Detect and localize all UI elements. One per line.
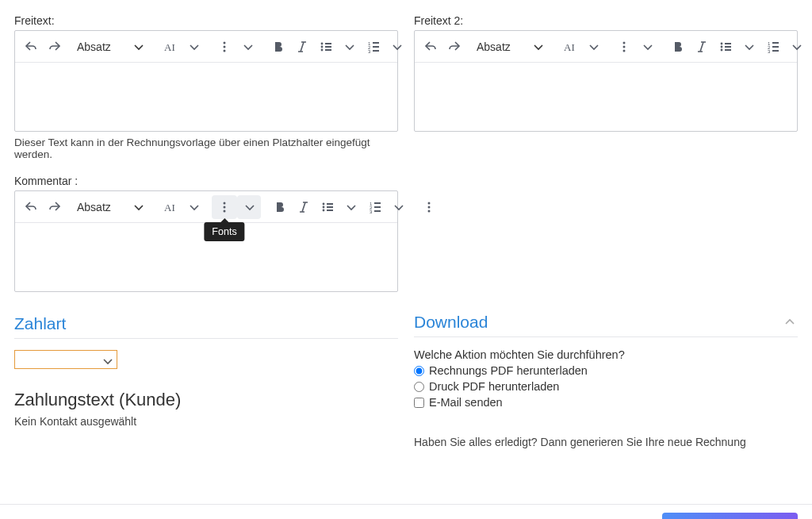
bold-button[interactable] [665,35,689,59]
download-question: Welche Aktion möchten Sie durchführen? [414,348,798,361]
fonts-button[interactable] [212,195,237,219]
numbered-list-button[interactable] [760,35,784,59]
italic-button[interactable] [291,195,315,219]
ai-button[interactable] [557,35,581,59]
chevron-down-icon[interactable] [581,35,605,59]
redo-button[interactable] [442,35,465,59]
chevron-down-icon[interactable] [784,35,808,59]
more-icon[interactable] [611,35,635,59]
bold-button[interactable] [267,195,291,219]
chevron-down-icon [131,39,147,55]
radio-print-pdf[interactable] [414,382,424,392]
paragraph-style-select[interactable]: Absatz [472,35,551,59]
freitext1-body[interactable] [15,63,397,131]
kommentar-editor: Absatz Fonts [14,190,398,292]
undo-button[interactable] [418,35,442,59]
zahlart-select[interactable] [14,350,117,369]
option-print-pdf[interactable]: Druck PDF herunterladen [414,380,798,393]
chevron-down-icon[interactable] [635,35,659,59]
generate-invoice-button[interactable]: Rechnung generieren [662,513,798,519]
freitext1-label: Freitext: [14,14,398,27]
chevron-down-icon[interactable] [182,35,205,59]
bold-button[interactable] [266,35,289,59]
redo-button[interactable] [42,195,66,219]
chevron-down-icon[interactable] [236,35,259,59]
download-hint: Haben Sie alles erledigt? Dann generiere… [414,436,798,448]
numbered-list-button[interactable] [361,35,385,59]
footer-bar: Rechnung generieren [0,504,812,519]
radio-invoice-pdf[interactable] [414,366,424,376]
chevron-up-icon [782,314,798,330]
freitext2-toolbar: Absatz [415,31,797,63]
option-invoice-pdf-label: Rechnungs PDF herunterladen [429,364,588,377]
italic-button[interactable] [289,35,313,59]
chevron-down-icon[interactable] [339,195,362,219]
freitext2-body[interactable] [415,63,797,131]
chevron-down-icon [530,39,546,55]
chevron-down-icon [100,353,113,366]
zahlart-heading: Zahlart [14,314,398,339]
option-email[interactable]: E-Mail senden [414,396,798,409]
paragraph-style-select[interactable]: Absatz [72,35,151,59]
chevron-down-icon [131,199,147,215]
ai-button[interactable] [158,35,182,59]
ai-button[interactable] [158,195,182,219]
checkbox-email[interactable] [414,398,424,408]
undo-button[interactable] [18,195,42,219]
chevron-down-icon[interactable] [737,35,760,59]
chevron-down-icon[interactable] [337,35,361,59]
bullet-list-button[interactable] [713,35,737,59]
freitext1-toolbar: Absatz [15,31,397,63]
option-print-pdf-label: Druck PDF herunterladen [429,380,559,393]
freitext1-editor: Absatz [14,30,398,132]
paragraph-style-label: Absatz [77,40,111,53]
kommentar-label: Kommentar : [14,175,398,187]
option-invoice-pdf[interactable]: Rechnungs PDF herunterladen [414,364,798,377]
freitext2-label: Freitext 2: [414,14,798,27]
paragraph-style-select[interactable]: Absatz [72,195,151,219]
paragraph-style-label: Absatz [77,201,111,213]
chevron-down-icon[interactable] [386,195,410,219]
paragraph-style-label: Absatz [477,40,511,53]
chevron-down-icon[interactable] [237,195,261,219]
bullet-list-button[interactable] [315,195,339,219]
download-heading[interactable]: Download [414,313,798,337]
freitext2-editor: Absatz [414,30,798,132]
option-email-label: E-Mail senden [429,396,503,409]
chevron-down-icon[interactable] [385,35,408,59]
bullet-list-button[interactable] [313,35,337,59]
fonts-tooltip: Fonts [204,222,244,241]
redo-button[interactable] [42,35,66,59]
more-icon[interactable] [212,35,236,59]
italic-button[interactable] [689,35,713,59]
numbered-list-button[interactable] [362,195,386,219]
kommentar-toolbar: Absatz Fonts [15,191,397,223]
zahlungstext-heading: Zahlungstext (Kunde) [14,390,398,410]
undo-button[interactable] [18,35,42,59]
zahlungstext-note: Kein Kontakt ausgewählt [14,415,398,428]
chevron-down-icon[interactable] [182,195,205,219]
freitext1-helper: Dieser Text kann in der Rechnungsvorlage… [14,136,398,160]
